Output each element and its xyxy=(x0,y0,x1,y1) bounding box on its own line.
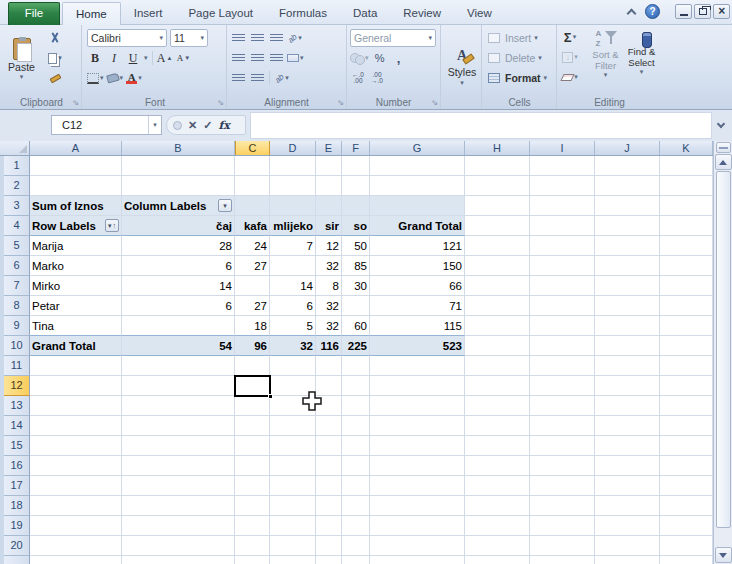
cell-I13[interactable] xyxy=(530,396,595,416)
row-header-12[interactable]: 12 xyxy=(4,376,30,396)
cell-E14[interactable] xyxy=(316,416,342,436)
number-format-select[interactable]: General ▾ xyxy=(350,29,436,47)
cell-G19[interactable] xyxy=(370,516,465,536)
row-header-14[interactable]: 14 xyxy=(4,416,30,436)
cell-E9[interactable]: 32 xyxy=(316,316,342,336)
cell-A19[interactable] xyxy=(30,516,122,536)
minimize-button[interactable] xyxy=(675,4,692,19)
cell-F11[interactable] xyxy=(342,356,370,376)
scroll-up-button[interactable] xyxy=(715,154,732,170)
cell-K8[interactable] xyxy=(660,296,713,316)
cell-C17[interactable] xyxy=(235,476,270,496)
cell-B7[interactable]: 14 xyxy=(122,276,235,296)
column-header-H[interactable]: H xyxy=(465,141,530,155)
cell-B2[interactable] xyxy=(122,176,235,196)
cell-K11[interactable] xyxy=(660,356,713,376)
cell-H10[interactable] xyxy=(465,336,530,356)
cell-J3[interactable] xyxy=(595,196,660,216)
cell-C18[interactable] xyxy=(235,496,270,516)
tab-data[interactable]: Data xyxy=(340,2,390,25)
cell-J8[interactable] xyxy=(595,296,660,316)
cell-E7[interactable]: 8 xyxy=(316,276,342,296)
enter-button[interactable]: ✓ xyxy=(203,120,212,130)
cell-B18[interactable] xyxy=(122,496,235,516)
cell-C7[interactable] xyxy=(235,276,270,296)
cell-E1[interactable] xyxy=(316,156,342,176)
cell-E5[interactable]: 12 xyxy=(316,236,342,256)
cell-A7[interactable]: Mirko xyxy=(30,276,122,296)
cell-H9[interactable] xyxy=(465,316,530,336)
cell-G20[interactable] xyxy=(370,536,465,556)
delete-cells-button[interactable] xyxy=(486,50,502,67)
tab-view[interactable]: View xyxy=(454,2,505,25)
select-all-corner[interactable] xyxy=(0,141,30,156)
cell-G5[interactable]: 121 xyxy=(370,236,465,256)
cell-D8[interactable]: 6 xyxy=(270,296,316,316)
cell-F1[interactable] xyxy=(342,156,370,176)
cell-K16[interactable] xyxy=(660,456,713,476)
cell-H5[interactable] xyxy=(465,236,530,256)
scrollbar-thumb[interactable] xyxy=(716,171,731,528)
cell-F4[interactable]: so xyxy=(342,216,370,236)
cell-E15[interactable] xyxy=(316,436,342,456)
cell-G6[interactable]: 150 xyxy=(370,256,465,276)
cell-C11[interactable] xyxy=(235,356,270,376)
cell-B4[interactable]: čaj xyxy=(122,216,235,236)
cell-G16[interactable] xyxy=(370,456,465,476)
cell-K5[interactable] xyxy=(660,236,713,256)
cell-A21[interactable] xyxy=(30,556,122,564)
cell-J20[interactable] xyxy=(595,536,660,556)
cell-A9[interactable]: Tina xyxy=(30,316,122,336)
split-handle[interactable] xyxy=(716,142,731,153)
cell-D19[interactable] xyxy=(270,516,316,536)
cell-K17[interactable] xyxy=(660,476,713,496)
cell-A20[interactable] xyxy=(30,536,122,556)
column-header-J[interactable]: J xyxy=(595,141,660,155)
cell-H8[interactable] xyxy=(465,296,530,316)
decrease-decimal-button[interactable]: .00→.0 xyxy=(369,70,385,87)
cell-H19[interactable] xyxy=(465,516,530,536)
cell-F13[interactable] xyxy=(342,396,370,416)
bold-button[interactable]: B xyxy=(87,50,103,67)
row-header-21[interactable] xyxy=(4,556,30,564)
borders-button[interactable]: ▾ xyxy=(87,70,104,87)
cell-H13[interactable] xyxy=(465,396,530,416)
cell-I19[interactable] xyxy=(530,516,595,536)
cell-I12[interactable] xyxy=(530,376,595,396)
cell-J18[interactable] xyxy=(595,496,660,516)
cell-C8[interactable]: 27 xyxy=(235,296,270,316)
cell-D2[interactable] xyxy=(270,176,316,196)
comma-style-button[interactable]: , xyxy=(391,50,407,67)
cell-K21[interactable] xyxy=(660,556,713,564)
cell-A8[interactable]: Petar xyxy=(30,296,122,316)
column-header-I[interactable]: I xyxy=(530,141,595,155)
increase-font-button[interactable]: A▲ xyxy=(157,50,173,67)
cell-K10[interactable] xyxy=(660,336,713,356)
cell-H3[interactable] xyxy=(465,196,530,216)
clear-button[interactable]: ▾ xyxy=(562,69,578,86)
cell-F21[interactable] xyxy=(342,556,370,564)
cell-C5[interactable]: 24 xyxy=(235,236,270,256)
tab-review[interactable]: Review xyxy=(390,2,454,25)
cell-C21[interactable] xyxy=(235,556,270,564)
cell-D6[interactable] xyxy=(270,256,316,276)
cell-F9[interactable]: 60 xyxy=(342,316,370,336)
cell-D5[interactable]: 7 xyxy=(270,236,316,256)
cell-I6[interactable] xyxy=(530,256,595,276)
cell-B8[interactable]: 6 xyxy=(122,296,235,316)
styles-button[interactable]: A Styles ▾ xyxy=(444,28,480,106)
fill-handle[interactable] xyxy=(268,394,273,399)
align-center-button[interactable] xyxy=(249,50,265,67)
orientation-button[interactable]: ab▾ xyxy=(287,30,303,47)
merge-center-button[interactable]: ▾ xyxy=(287,50,304,67)
help-button[interactable]: ? xyxy=(645,4,660,19)
align-bottom-button[interactable] xyxy=(268,30,284,47)
cell-H14[interactable] xyxy=(465,416,530,436)
cell-I16[interactable] xyxy=(530,456,595,476)
format-label[interactable]: Format xyxy=(505,72,541,84)
cell-F14[interactable] xyxy=(342,416,370,436)
cell-J11[interactable] xyxy=(595,356,660,376)
cancel-button[interactable]: ✕ xyxy=(188,120,197,130)
row-header-20[interactable]: 20 xyxy=(4,536,30,556)
row-header-7[interactable]: 7 xyxy=(4,276,30,296)
